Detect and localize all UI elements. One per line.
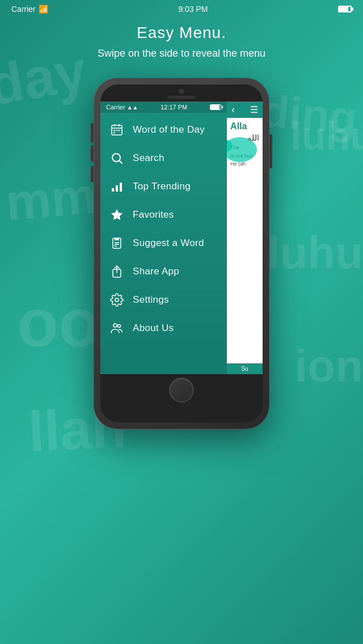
menu-item-about-us[interactable]: About Us (100, 314, 227, 342)
header-subtitle: Swipe on the side to reveal the menu (11, 46, 352, 61)
description-text: The (230, 144, 259, 151)
outer-status-bar: Carrier 📶 9:03 PM (0, 0, 363, 18)
battery-icon (338, 6, 352, 12)
speaker-grille (167, 96, 196, 99)
search-icon (109, 150, 125, 166)
hamburger-icon[interactable]: ☰ (250, 104, 258, 115)
menu-item-suggest-word[interactable]: Suggest a Word (100, 229, 227, 257)
carrier-info: Carrier 📶 (11, 5, 48, 14)
detail-text-1: al-cre hun (230, 152, 259, 160)
content-header: ‹ ☰ (227, 101, 263, 118)
arabic-text: الله (230, 133, 259, 142)
svg-rect-7 (113, 132, 115, 133)
gear-icon (109, 292, 125, 308)
phone-inner-frame: Carrier ▲▲ 12:17 PM (100, 84, 263, 422)
content-panel: ‹ ☰ Alla الله The al-cre hun He (ah Su (227, 101, 263, 374)
menu-item-share-app[interactable]: Share App (100, 257, 227, 286)
share-app-label: Share App (133, 266, 179, 277)
svg-rect-5 (116, 130, 118, 131)
svg-marker-13 (111, 209, 123, 220)
wifi-icon: 📶 (39, 5, 48, 14)
svg-rect-6 (119, 130, 120, 131)
app-wifi-icon: ▲▲ (127, 104, 138, 111)
content-body: Alla الله The al-cre hun He (ah (227, 118, 263, 172)
phone-screen: Carrier ▲▲ 12:17 PM (100, 101, 263, 374)
menu-items-list: Word of the Day Search (100, 113, 227, 374)
time-label: 9:03 PM (178, 5, 208, 14)
home-button[interactable] (169, 378, 194, 402)
svg-point-24 (118, 325, 121, 328)
search-label: Search (133, 152, 164, 164)
menu-panel: Carrier ▲▲ 12:17 PM (100, 101, 227, 374)
star-icon (109, 207, 125, 223)
share-icon (109, 264, 125, 279)
header-title: Easy Menu. (11, 24, 352, 42)
detail-text-2: He (ah (230, 160, 259, 168)
top-trending-label: Top Trending (133, 181, 191, 192)
svg-rect-10 (112, 188, 114, 192)
calendar-icon (109, 122, 125, 138)
carrier-label: Carrier (11, 5, 36, 14)
svg-point-23 (113, 324, 117, 327)
vol-down (91, 166, 94, 182)
menu-item-settings[interactable]: Settings (100, 286, 227, 314)
menu-item-word-of-the-day[interactable]: Word of the Day (100, 116, 227, 144)
phone-bottom-bezel (100, 374, 263, 405)
back-chevron-icon[interactable]: ‹ (231, 104, 235, 116)
menu-item-favorites[interactable]: Favorites (100, 201, 227, 229)
settings-label: Settings (133, 294, 169, 306)
app-battery-icon (210, 104, 221, 110)
volume-buttons (91, 146, 94, 182)
word-of-the-day-label: Word of the Day (133, 124, 205, 135)
phone-top-bezel (100, 84, 263, 101)
app-time: 12:17 PM (161, 104, 187, 111)
front-camera (179, 89, 184, 94)
app-status-bar: Carrier ▲▲ 12:17 PM (100, 101, 227, 113)
word-title: Alla (230, 121, 259, 132)
menu-item-top-trending[interactable]: Top Trending (100, 172, 227, 201)
svg-rect-11 (116, 185, 118, 192)
app-battery-fill (210, 105, 220, 109)
favorites-label: Favorites (133, 209, 174, 221)
vol-up (91, 146, 94, 162)
svg-rect-12 (120, 183, 122, 192)
menu-item-search[interactable]: Search (100, 144, 227, 172)
footer-label: Su (241, 366, 248, 372)
svg-rect-17 (115, 238, 119, 240)
app-carrier: Carrier ▲▲ (106, 104, 138, 111)
header-section: Easy Menu. Swipe on the side to reveal t… (0, 18, 363, 66)
phone-mockup: Carrier ▲▲ 12:17 PM (0, 78, 363, 429)
about-us-label: About Us (133, 323, 174, 334)
svg-line-9 (120, 161, 123, 164)
trending-icon (109, 179, 125, 194)
clipboard-icon (109, 235, 125, 251)
svg-rect-4 (113, 130, 115, 131)
battery-fill (339, 7, 348, 11)
content-footer: Su (227, 363, 263, 374)
phone-outer-frame: Carrier ▲▲ 12:17 PM (94, 78, 269, 429)
svg-point-22 (115, 298, 119, 302)
people-icon (109, 320, 125, 336)
suggest-word-label: Suggest a Word (133, 238, 204, 249)
